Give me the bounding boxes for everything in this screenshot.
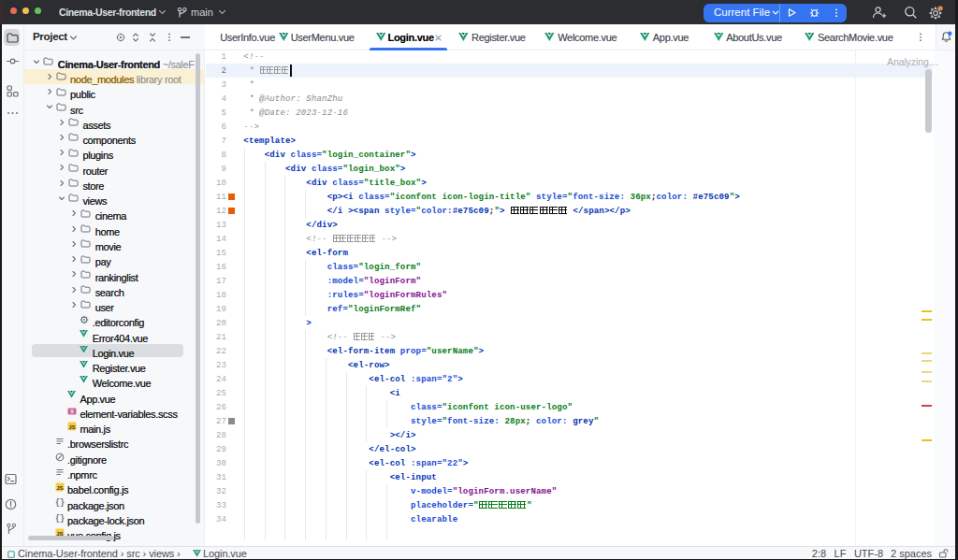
svg-text:S: S: [70, 409, 73, 414]
svg-text:{}: {}: [55, 498, 65, 507]
svg-text:JS: JS: [68, 424, 75, 430]
svg-text:{}: {}: [55, 514, 65, 523]
svg-text:JS: JS: [56, 485, 63, 491]
